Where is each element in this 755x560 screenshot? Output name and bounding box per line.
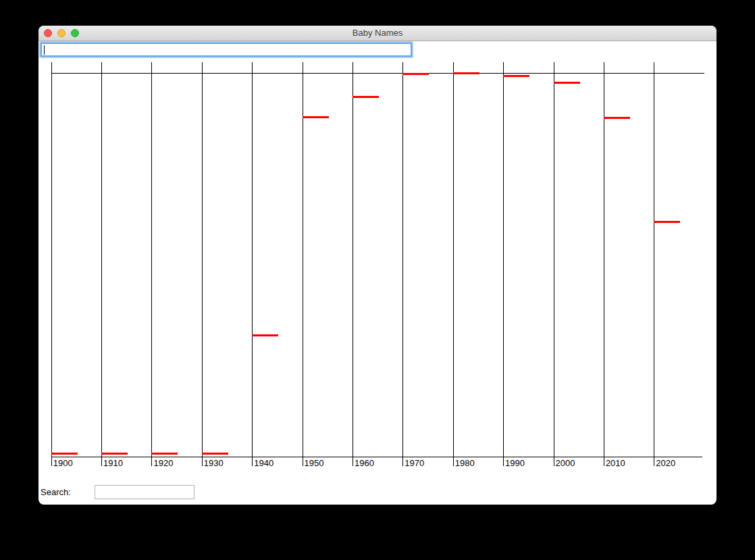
x-tick-label: 1950: [305, 458, 324, 468]
decade-gridline: [654, 62, 654, 466]
window-title: Baby Names: [38, 26, 717, 41]
decade-gridline: [353, 62, 353, 466]
search-label: Search:: [41, 487, 71, 497]
x-tick-label: 1940: [254, 458, 274, 468]
decade-gridline: [453, 62, 454, 466]
decade-gridline: [51, 62, 52, 466]
decade-gridline: [402, 62, 403, 466]
text-cursor: [44, 45, 45, 55]
rank-dash-marker: [252, 334, 278, 336]
x-tick-label: 1980: [455, 458, 475, 468]
rank-dash-marker: [503, 75, 529, 77]
x-tick-label: 1970: [405, 458, 424, 468]
rank-dash-marker: [202, 453, 228, 455]
rank-dash-marker: [554, 82, 580, 84]
rank-dash-marker: [654, 221, 680, 223]
x-tick-label: 2010: [606, 458, 625, 468]
title-bar[interactable]: Baby Names: [38, 26, 717, 41]
decade-gridline: [604, 62, 604, 466]
x-tick-label: 1960: [355, 458, 374, 468]
x-tick-label: 2000: [556, 458, 575, 468]
decade-gridline: [202, 62, 203, 466]
rank-dash-marker: [303, 116, 329, 118]
decade-gridline: [503, 62, 504, 466]
rank-dash-marker: [101, 453, 128, 455]
rank-dash-marker: [353, 96, 379, 98]
rank-dash-marker: [453, 72, 479, 74]
decade-gridline: [303, 62, 303, 466]
top-reference-line: [51, 73, 704, 74]
decade-gridline: [151, 62, 152, 466]
x-tick-label: 1930: [204, 458, 224, 468]
rank-dash-marker: [51, 453, 78, 455]
x-tick-label: 1990: [505, 458, 525, 468]
decade-gridline: [554, 62, 554, 466]
decade-gridline: [101, 62, 102, 466]
app-window: Baby Names 19001910192019301940195019601…: [38, 26, 717, 505]
decade-gridline: [252, 62, 253, 466]
name-input[interactable]: [41, 43, 412, 57]
x-tick-label: 2020: [656, 458, 675, 468]
x-tick-label: 1910: [103, 458, 123, 468]
search-input[interactable]: [95, 485, 194, 499]
x-tick-label: 1900: [53, 458, 73, 468]
rank-dash-marker: [402, 73, 429, 75]
x-axis-line: [51, 457, 702, 457]
x-tick-label: 1920: [153, 458, 173, 468]
rank-dash-marker: [604, 117, 630, 119]
decade-rank-chart: 1900191019201930194019501960197019801990…: [38, 26, 717, 505]
rank-dash-marker: [151, 453, 178, 455]
